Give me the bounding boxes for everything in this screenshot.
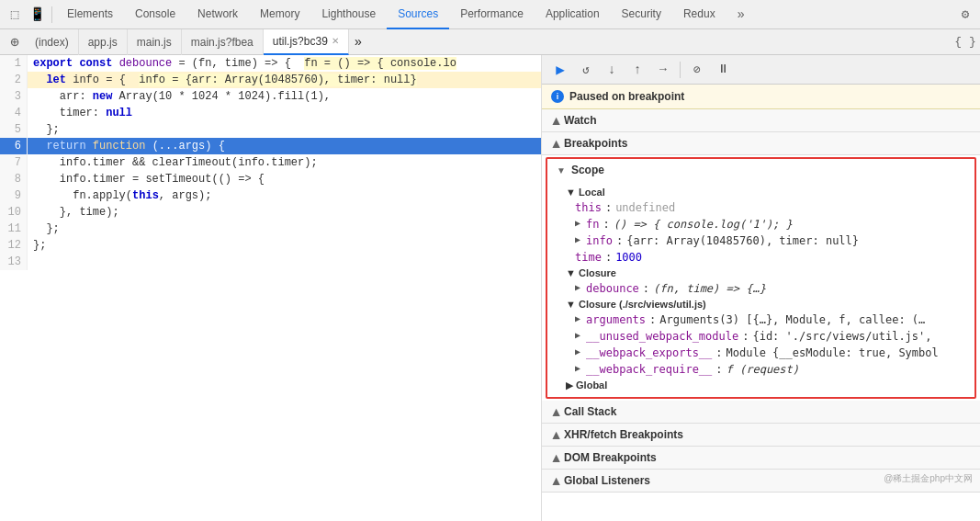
- tab-elements[interactable]: Elements: [56, 0, 124, 29]
- scope-this: this: undefined: [547, 199, 974, 216]
- scope-content: ▼ Local this: undefined ▶ fn: () => { co…: [547, 181, 974, 397]
- code-line-3: 3 arr: new Array(10 * 1024 * 1024).fill(…: [0, 88, 541, 105]
- breakpoints-label: Breakpoints: [564, 137, 627, 150]
- pause-button[interactable]: ⏸: [712, 59, 734, 81]
- dom-breakpoints-label: DOM Breakpoints: [564, 451, 657, 464]
- close-tab-icon[interactable]: ✕: [332, 36, 339, 46]
- scope-time: time: 1000: [547, 249, 974, 266]
- dom-chevron: ▶: [550, 454, 560, 461]
- callstack-header[interactable]: ▶ Call Stack: [542, 401, 980, 423]
- callstack-label: Call Stack: [564, 405, 616, 418]
- step-button[interactable]: →: [652, 59, 674, 81]
- code-line-1: 1 export const debounce = (fn, time) => …: [0, 55, 541, 72]
- inspect-icon[interactable]: ⬚: [4, 4, 26, 26]
- new-tab-icon[interactable]: ⊕: [4, 31, 26, 53]
- xhr-breakpoints-section: ▶ XHR/fetch Breakpoints: [542, 424, 980, 447]
- file-tab-appjs[interactable]: app.js: [79, 29, 128, 55]
- nav-tabs: Elements Console Network Memory Lighthou…: [56, 0, 954, 29]
- scope-debounce[interactable]: ▶ debounce: (fn, time) => {…}: [547, 280, 974, 297]
- scope-label: Scope: [571, 164, 604, 176]
- tab-redux[interactable]: Redux: [672, 0, 727, 29]
- watch-label: Watch: [564, 114, 597, 127]
- more-tabs-icon[interactable]: »: [730, 4, 752, 26]
- step-into-button[interactable]: ↓: [601, 59, 623, 81]
- resume-button[interactable]: ▶: [549, 59, 571, 81]
- tab-security[interactable]: Security: [611, 0, 672, 29]
- breakpoints-header[interactable]: ▶ Breakpoints: [542, 132, 980, 154]
- code-lines: 1 export const debounce = (fn, time) => …: [0, 55, 541, 521]
- code-line-13: 13: [0, 254, 541, 270]
- file-tab-index[interactable]: (index): [26, 29, 79, 55]
- local-group-label: ▼ Local: [547, 185, 974, 199]
- scope-webpack-require[interactable]: ▶ __webpack_require__: f (request): [547, 361, 974, 378]
- device-icon[interactable]: 📱: [26, 4, 48, 26]
- tab-network[interactable]: Network: [186, 0, 249, 29]
- xhr-breakpoints-label: XHR/fetch Breakpoints: [564, 428, 683, 441]
- tab-lighthouse[interactable]: Lighthouse: [310, 0, 387, 29]
- file-tab-mainjs[interactable]: main.js: [128, 29, 182, 55]
- scope-chevron: ▼: [557, 165, 566, 176]
- scope-arguments[interactable]: ▶ arguments: Arguments(3) [{…}, Module, …: [547, 311, 974, 328]
- watch-header[interactable]: ▶ Watch: [542, 109, 980, 131]
- tab-console[interactable]: Console: [124, 0, 186, 29]
- xhr-breakpoints-header[interactable]: ▶ XHR/fetch Breakpoints: [542, 424, 980, 446]
- tab-sources[interactable]: Sources: [387, 0, 449, 29]
- watch-section: ▶ Watch: [542, 109, 980, 132]
- global-listeners-label: Global Listeners: [564, 474, 650, 487]
- breakpoints-section: ▶ Breakpoints: [542, 132, 980, 155]
- scope-unused-webpack-module[interactable]: ▶ __unused_webpack_module: {id: './src/v…: [547, 328, 974, 345]
- tab-performance[interactable]: Performance: [449, 0, 535, 29]
- closure2-group-label: ▼ Closure (./src/views/util.js): [547, 297, 974, 311]
- settings-icon[interactable]: ⚙: [954, 4, 976, 26]
- debug-sep: [680, 62, 681, 78]
- dom-breakpoints-header[interactable]: ▶ DOM Breakpoints: [542, 447, 980, 469]
- global-listeners-header[interactable]: ▶ Global Listeners: [542, 470, 980, 492]
- info-icon: i: [551, 90, 564, 103]
- global-listeners-section: ▶ Global Listeners: [542, 470, 980, 493]
- watch-chevron: ▶: [550, 117, 560, 124]
- callstack-chevron: ▶: [550, 408, 560, 415]
- file-tabs: ⊕ (index) app.js main.js main.js?fbea ut…: [0, 29, 980, 55]
- code-line-2: 2 let info = { info = {arr: Array(104857…: [0, 72, 541, 88]
- scope-section: ▼ Scope ▼ Local this: undefined ▶ fn: ()…: [546, 157, 976, 399]
- code-line-9: 9 fn.apply(this, args);: [0, 187, 541, 204]
- file-tab-mainjsfbea[interactable]: main.js?fbea: [182, 29, 264, 55]
- code-line-10: 10 }, time);: [0, 204, 541, 221]
- top-toolbar: ⬚ 📱 Elements Console Network Memory Ligh…: [0, 0, 980, 29]
- callstack-section: ▶ Call Stack: [542, 401, 980, 424]
- code-line-4: 4 timer: null: [0, 105, 541, 121]
- tab-memory[interactable]: Memory: [249, 0, 310, 29]
- xhr-chevron: ▶: [550, 431, 560, 438]
- code-editor: 1 export const debounce = (fn, time) => …: [0, 55, 542, 521]
- toolbar-separator: [51, 6, 52, 23]
- debug-toolbar: ▶ ↺ ↓ ↑ → ⊘ ⏸: [542, 55, 980, 85]
- main-content: 1 export const debounce = (fn, time) => …: [0, 55, 980, 521]
- tab-application[interactable]: Application: [535, 0, 611, 29]
- scope-header[interactable]: ▼ Scope: [547, 159, 974, 181]
- code-line-8: 8 info.timer = setTimeout(() => {: [0, 171, 541, 187]
- file-tab-utiljs[interactable]: util.js?bc39 ✕: [264, 29, 349, 55]
- scope-info[interactable]: ▶ info: {arr: Array(10485760), timer: nu…: [547, 232, 974, 249]
- scope-fn[interactable]: ▶ fn: () => { console.log('1'); }: [547, 216, 974, 232]
- breakpoints-chevron: ▶: [550, 140, 560, 147]
- global-listeners-chevron: ▶: [550, 477, 560, 484]
- step-over-button[interactable]: ↺: [575, 59, 597, 81]
- step-out-button[interactable]: ↑: [626, 59, 648, 81]
- deactivate-button[interactable]: ⊘: [686, 59, 708, 81]
- code-line-11: 11 };: [0, 221, 541, 237]
- code-line-6: 6 return function (...args) {: [0, 138, 541, 154]
- global-group-label[interactable]: ▶ Global: [547, 378, 974, 393]
- paused-text: Paused on breakpoint: [569, 90, 684, 103]
- format-icon[interactable]: { }: [954, 31, 976, 53]
- right-panel: ▶ ↺ ↓ ↑ → ⊘ ⏸ i Paused on breakpoint ▶ W…: [542, 55, 980, 521]
- code-line-12: 12 };: [0, 237, 541, 254]
- more-files-icon[interactable]: »: [349, 35, 367, 50]
- closure1-group-label: ▼ Closure: [547, 266, 974, 280]
- paused-banner: i Paused on breakpoint: [542, 85, 980, 109]
- scope-webpack-exports[interactable]: ▶ __webpack_exports__: Module {__esModul…: [547, 345, 974, 361]
- dom-breakpoints-section: ▶ DOM Breakpoints: [542, 447, 980, 470]
- code-line-5: 5 };: [0, 121, 541, 138]
- code-line-7: 7 info.timer && clearTimeout(info.timer)…: [0, 154, 541, 171]
